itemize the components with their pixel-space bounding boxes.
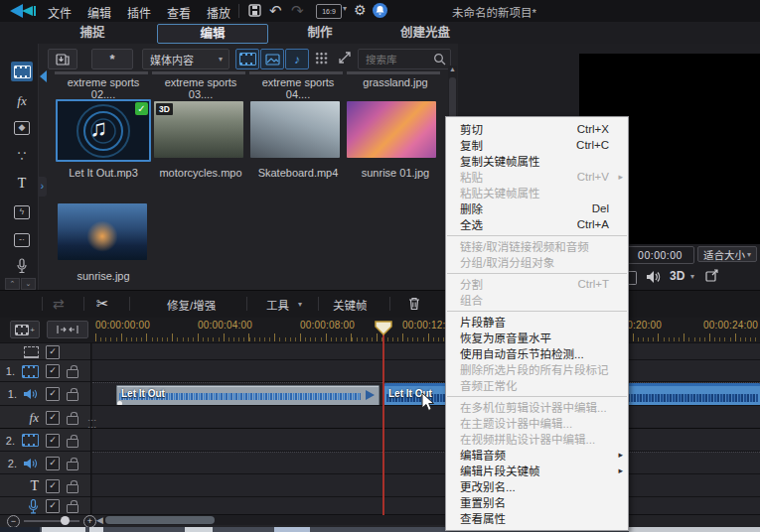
thumbnail-skateboard[interactable] bbox=[250, 101, 340, 158]
track-lock-icon[interactable] bbox=[67, 392, 78, 401]
taskbar-item[interactable] bbox=[42, 527, 85, 532]
tab-create-disc[interactable]: 创建光盘 bbox=[371, 24, 480, 42]
ripple-edit-button[interactable] bbox=[47, 321, 88, 338]
menu-item-change-alias[interactable]: 更改别名... bbox=[446, 478, 628, 494]
splitter-handle[interactable]: ⋮⋮ bbox=[87, 416, 97, 430]
track-visible-checkbox[interactable]: ✓ bbox=[46, 411, 60, 425]
thumbnail-sunrise01[interactable] bbox=[347, 101, 436, 158]
taskbar-item[interactable] bbox=[629, 527, 760, 532]
track-header[interactable]: T ✓ bbox=[0, 474, 91, 497]
save-icon[interactable] bbox=[248, 4, 261, 17]
taskbar-item[interactable] bbox=[274, 527, 310, 532]
ruler-ticks[interactable] bbox=[92, 333, 760, 341]
chevron-down-icon[interactable]: ▾ bbox=[690, 272, 694, 281]
track-lock-icon[interactable] bbox=[67, 462, 78, 470]
track-lock-icon[interactable] bbox=[67, 369, 78, 378]
repair-enhance-button[interactable]: 修复/增强 bbox=[167, 297, 216, 313]
menu-item-reset-alias[interactable]: 重置别名 bbox=[446, 494, 628, 510]
view-grid-icon[interactable] bbox=[315, 52, 328, 65]
menu-item-restore-volume[interactable]: 恢复为原音量水平 bbox=[446, 330, 628, 345]
menu-item-edit-audio[interactable]: 编辑音频▸ bbox=[446, 447, 628, 463]
thumbnail-clipped[interactable] bbox=[249, 71, 343, 74]
menu-item-edit-video-collage[interactable]: 在视频拼贴设计器中编辑... bbox=[446, 431, 628, 447]
chevron-down-icon[interactable]: ▾ bbox=[343, 4, 347, 13]
playhead-line[interactable] bbox=[382, 334, 384, 515]
menu-item-remove-clip-markers[interactable]: 删除所选片段的所有片段标记 bbox=[446, 361, 628, 377]
menu-item-group-ungroup[interactable]: 分组/取消分组对象 bbox=[446, 254, 628, 270]
menu-item-select-all[interactable]: 全选Ctrl+A bbox=[446, 216, 628, 232]
track-lock-icon[interactable] bbox=[67, 504, 78, 513]
fit-size-dropdown[interactable]: 适合大小 ▾ bbox=[697, 246, 757, 262]
redo-icon[interactable]: ↷ bbox=[291, 2, 304, 20]
track-visible-checkbox[interactable]: ✓ bbox=[46, 434, 60, 448]
track-header[interactable]: ✓ bbox=[0, 497, 91, 515]
taskbar-item[interactable] bbox=[89, 527, 103, 532]
menu-item-view-properties[interactable]: 查看属性 bbox=[446, 510, 628, 526]
track-header[interactable]: ✓ bbox=[0, 343, 91, 360]
thumbnail-motorcycles[interactable]: 3D bbox=[154, 101, 243, 158]
track-visible-checkbox[interactable]: ✓ bbox=[46, 499, 60, 513]
menu-item-edit-clip-keyframes[interactable]: 编辑片段关键帧▸ bbox=[446, 463, 628, 478]
taskbar-item[interactable] bbox=[185, 527, 213, 532]
search-icon[interactable] bbox=[433, 53, 446, 66]
track-content[interactable] bbox=[92, 497, 760, 515]
menu-item-split[interactable]: 分割Ctrl+T bbox=[446, 276, 628, 292]
thumbnail-audio-selected[interactable]: ♫ ✓ bbox=[56, 99, 151, 162]
zoom-slider-track[interactable] bbox=[24, 520, 79, 522]
zoom-slider-handle[interactable] bbox=[61, 516, 70, 525]
track-visible-checkbox[interactable]: ✓ bbox=[46, 345, 60, 359]
hscrollbar-thumb[interactable] bbox=[105, 516, 215, 524]
menu-item-audio-normalize[interactable]: 音频正常化 bbox=[446, 377, 628, 393]
sidebar-transition-icon[interactable]: ◆ bbox=[11, 118, 33, 138]
library-search-box[interactable] bbox=[358, 49, 451, 69]
menu-item-delete[interactable]: 删除Del bbox=[446, 200, 628, 216]
resize-thumbnails-icon[interactable] bbox=[338, 51, 352, 65]
filter-audio-button[interactable]: ♪ bbox=[285, 49, 309, 69]
track-content[interactable] bbox=[92, 343, 760, 360]
track-manager-button[interactable]: + bbox=[10, 321, 40, 338]
track-visible-checkbox[interactable]: ✓ bbox=[46, 387, 60, 401]
notification-bell-icon[interactable] bbox=[373, 3, 387, 18]
menu-item-mute-clip[interactable]: 片段静音 bbox=[446, 314, 628, 330]
clipped-control-icon[interactable] bbox=[628, 271, 637, 285]
speaker-icon[interactable] bbox=[646, 270, 662, 284]
sidebar-title-icon[interactable]: T bbox=[11, 174, 33, 194]
track-content[interactable] bbox=[92, 360, 760, 382]
menu-item-paste[interactable]: 粘贴Ctrl+V▸ bbox=[446, 169, 628, 185]
thumbnail-sunrise[interactable] bbox=[58, 203, 147, 260]
aspect-ratio-control[interactable]: 16:9 bbox=[316, 4, 342, 19]
enlarge-preview-icon[interactable] bbox=[705, 269, 719, 282]
sidebar-path-icon[interactable]: -· bbox=[11, 230, 33, 250]
sidebar-overlay-icon[interactable]: ∵ bbox=[11, 146, 33, 166]
undo-icon[interactable]: ↶ bbox=[269, 2, 282, 20]
menu-play[interactable]: 播放 bbox=[207, 4, 230, 21]
search-input[interactable] bbox=[364, 51, 433, 67]
settings-gear-icon[interactable]: ⚙ bbox=[354, 2, 367, 18]
track-content[interactable] bbox=[92, 474, 760, 497]
thumbnail-clipped[interactable] bbox=[347, 71, 440, 74]
scroll-left-icon[interactable]: ◀ bbox=[96, 515, 103, 525]
playhead-marker[interactable] bbox=[375, 321, 392, 335]
track-header[interactable]: fx ✓ bbox=[0, 406, 91, 429]
swap-tracks-icon[interactable]: ⇄ bbox=[53, 296, 65, 312]
track-lock-icon[interactable] bbox=[67, 439, 78, 448]
menu-item-paste-keyframe-attrs[interactable]: 粘贴关键帧属性 bbox=[446, 185, 628, 200]
menu-item-copy[interactable]: 复制Ctrl+C bbox=[446, 137, 628, 153]
trash-icon[interactable] bbox=[407, 296, 421, 311]
sidebar-media-icon[interactable] bbox=[11, 62, 33, 81]
track-header[interactable]: 2. ✓ bbox=[0, 452, 91, 474]
track-content[interactable] bbox=[92, 452, 760, 474]
split-clip-scissors-icon[interactable]: ✂ bbox=[96, 295, 109, 313]
scroll-down-icon[interactable]: ⌄ bbox=[21, 278, 36, 290]
track-lock-icon[interactable] bbox=[67, 484, 78, 493]
menu-item-copy-keyframe-attrs[interactable]: 复制关键帧属性 bbox=[446, 153, 628, 169]
menu-file[interactable]: 文件 bbox=[48, 4, 72, 21]
menu-item-cut[interactable]: 剪切Ctrl+X bbox=[446, 121, 628, 137]
menu-plugins[interactable]: 插件 bbox=[127, 4, 151, 21]
track-header[interactable]: 1. ✓ bbox=[0, 382, 91, 406]
media-category-dropdown[interactable]: 媒体内容 ▾ bbox=[142, 49, 229, 69]
chevron-down-icon[interactable]: ▾ bbox=[298, 300, 302, 309]
thumbnail-clipped[interactable] bbox=[152, 71, 245, 74]
tools-button[interactable]: 工具 bbox=[266, 297, 289, 313]
track-visible-checkbox[interactable]: ✓ bbox=[46, 479, 60, 493]
